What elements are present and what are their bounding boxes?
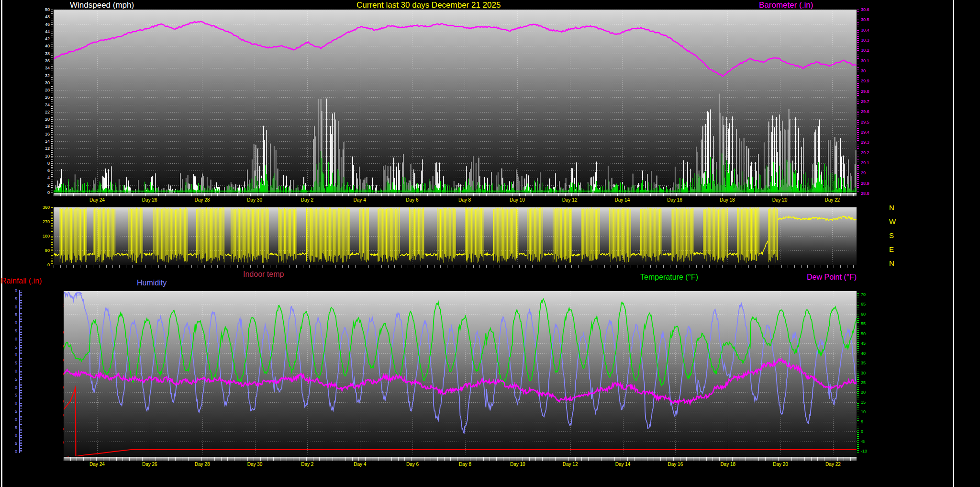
humidity-start-value: 93.85 — [75, 293, 82, 296]
tick-label: 29.9 — [861, 79, 875, 83]
day-label: Day 28 — [190, 197, 213, 203]
day-label: Day 20 — [768, 197, 791, 203]
day-label: Day 2 — [296, 197, 319, 203]
tick-label: 5 — [11, 393, 17, 397]
tick-label: 0 — [37, 263, 50, 267]
compass-letter: N — [889, 260, 894, 267]
humidity-temperature-plot — [64, 291, 857, 456]
tick-label: 5 — [11, 313, 17, 317]
tick-label: 180 — [37, 234, 50, 238]
day-label: Day 8 — [453, 197, 476, 203]
day-label: Day 6 — [401, 197, 423, 203]
day-label: Day 16 — [664, 462, 687, 467]
day-label: Day 10 — [506, 197, 529, 203]
compass-letter: N — [889, 204, 894, 212]
tick-label: 0 — [11, 433, 17, 438]
tick-label: 0 — [11, 450, 17, 454]
humidity-axis-ticks — [20, 291, 22, 452]
tick-label: 30.4 — [861, 28, 875, 33]
tick-label: 10 — [861, 410, 874, 414]
tick-label: 48 — [39, 15, 50, 19]
windspeed-axis-ticks — [51, 10, 53, 193]
barometer-axis-ticks — [857, 10, 859, 193]
tick-label: 24 — [39, 103, 50, 107]
tick-label: 2 — [39, 183, 50, 188]
day-label: Day 4 — [348, 197, 371, 203]
day-label: Day 26 — [138, 197, 161, 203]
tick-label: 29.2 — [861, 151, 875, 155]
rainfall-label: Rainfall (.in) — [1, 277, 42, 285]
tick-label: 29 — [861, 171, 875, 175]
tick-label: 30 — [39, 81, 50, 85]
right-frame-line — [953, 0, 954, 487]
tick-label: 5 — [11, 426, 17, 430]
tick-label: -10 — [861, 449, 874, 453]
tick-label: 65 — [861, 302, 874, 306]
day-label: Day 24 — [86, 462, 109, 467]
day-label: Day 22 — [822, 462, 845, 467]
tick-label: 30.5 — [861, 18, 875, 22]
compass-letter: E — [889, 246, 894, 253]
tick-label: 22 — [39, 110, 50, 114]
tick-label: 29.7 — [861, 100, 875, 104]
tick-label: 44 — [39, 30, 50, 34]
tick-label: 0 — [11, 401, 17, 406]
day-label: Day 4 — [348, 462, 371, 467]
tick-label: 0 — [11, 289, 17, 293]
dew-point-label: Dew Point (°F) — [807, 273, 857, 282]
temperature-axis-ticks — [857, 293, 859, 453]
tick-label: 30 — [861, 69, 875, 73]
tick-label: 0 — [11, 418, 17, 422]
tick-label: 36 — [39, 59, 50, 63]
tick-label: 0 — [39, 191, 50, 195]
tick-label: 18 — [39, 125, 50, 129]
tick-label: 26 — [39, 95, 50, 100]
day-label: Day 16 — [663, 197, 686, 203]
tick-label: 5 — [11, 361, 17, 365]
tick-label: 25 — [861, 381, 874, 385]
wind-direction-plot — [54, 207, 857, 265]
tick-label: 6 — [39, 169, 50, 173]
day-label: Day 10 — [506, 462, 529, 467]
tick-label: 0 — [11, 321, 17, 325]
tick-label: 28 — [39, 88, 50, 92]
tick-label: 34 — [39, 66, 50, 70]
tick-label: 10 — [39, 154, 50, 159]
tick-label: 30.2 — [861, 48, 875, 53]
day-label: Day 12 — [559, 462, 582, 467]
wind-direction-axis-ticks — [51, 207, 53, 265]
tick-label: 70 — [861, 293, 874, 297]
tick-label: 0 — [11, 385, 17, 390]
tick-label: -5 — [861, 440, 874, 444]
tick-label: 29.5 — [861, 120, 875, 125]
day-label: Day 8 — [454, 462, 477, 467]
tick-label: 29.4 — [861, 130, 875, 135]
tick-label: 29.3 — [861, 140, 875, 145]
day-label: Day 18 — [716, 197, 739, 203]
tick-label: 45 — [861, 341, 874, 346]
day-label: Day 20 — [769, 462, 792, 467]
mid-chart-x-ticks — [54, 265, 857, 268]
compass-letter: W — [889, 218, 896, 226]
tick-label: 30.1 — [861, 59, 875, 63]
tick-label: 12 — [39, 147, 50, 151]
day-label: Day 24 — [86, 197, 109, 203]
tick-label: 28.9 — [861, 181, 875, 186]
bottom-chart-x-axis — [64, 457, 857, 461]
tick-label: 5 — [11, 409, 17, 414]
weather-trend-window: { "header": { "left_title": "Windspeed (… — [0, 0, 980, 487]
tick-label: 16 — [39, 132, 50, 136]
tick-label: 5 — [11, 345, 17, 350]
tick-label: 29.6 — [861, 110, 875, 114]
day-label: Day 14 — [612, 462, 635, 467]
tick-label: 0 — [11, 305, 17, 309]
tick-label: 30 — [861, 371, 874, 375]
temperature-label: Temperature (°F) — [640, 273, 698, 282]
day-label: Day 18 — [716, 462, 739, 467]
windspeed-chart-title: Windspeed (mph) — [70, 0, 134, 10]
tick-label: 8 — [39, 161, 50, 166]
left-frame-line — [1, 0, 2, 487]
windspeed-barometer-plot — [54, 10, 857, 193]
tick-label: 5 — [11, 442, 17, 446]
tick-label: 0 — [11, 337, 17, 341]
